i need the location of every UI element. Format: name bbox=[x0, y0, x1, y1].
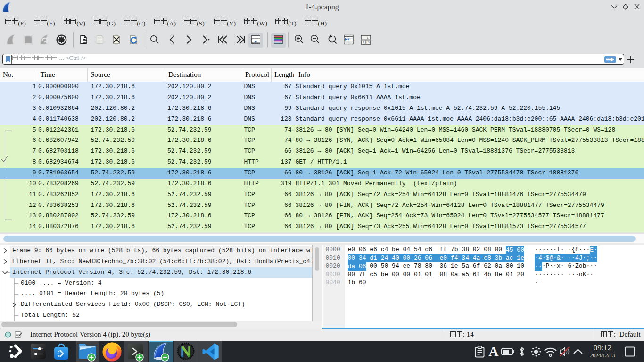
svg-text:3: 3 bbox=[368, 41, 370, 44]
svg-text:2: 2 bbox=[363, 41, 365, 44]
svg-text:A: A bbox=[489, 344, 499, 359]
svg-text:1: 1 bbox=[367, 36, 369, 40]
svg-text:0111: 0111 bbox=[98, 41, 103, 44]
